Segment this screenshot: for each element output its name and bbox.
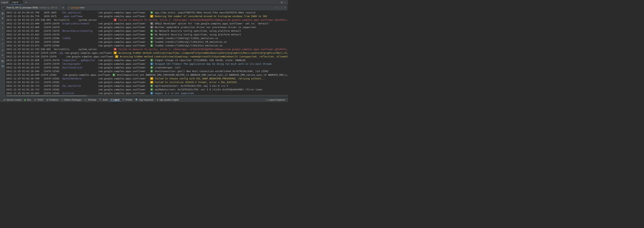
device-select[interactable]: 📱 Pixel XL API 31 (emulator-5554) Androi…: [1, 6, 66, 10]
log-pid: 22470-22470: [44, 59, 61, 62]
log-row[interactable]: 2022-12-29 02:02:23.40022470-22470Graphi…: [5, 22, 288, 25]
tab-logcat[interactable]: Logcat ×: [10, 0, 22, 4]
log-row[interactable]: 2022-12-29 02:02:26.71522470-22582com.go…: [5, 88, 288, 91]
log-row[interactable]: 2022-12-29 02:02:26.71122470-22582com.go…: [5, 80, 288, 84]
log-output[interactable]: 2022-12-29 01:00:55.790 1639-1855EGL_emu…: [5, 11, 288, 98]
log-row[interactable]: 2022-12-29 01:00:55.790 1639-1855EGL_emu…: [5, 11, 288, 14]
tab-label: Logcat: [12, 1, 18, 3]
horizontal-scrollbar[interactable]: [5, 95, 288, 97]
log-timestamp: 2022-12-29 02:02:23.402: [6, 29, 42, 32]
log-package: system_server: [78, 18, 112, 21]
log-package: com.google.samples.apps.sunflower: [98, 33, 148, 36]
log-timestamp: 2022-12-29 02:02:26.699: [6, 74, 39, 76]
scrollbar-thumb[interactable]: [6, 95, 87, 96]
status-item-layout-inspector[interactable]: ▭Layout Inspector: [264, 99, 286, 101]
previous-button[interactable]: ↑: [0, 32, 4, 36]
filter-input[interactable]: package:mine: [71, 6, 274, 9]
log-package: com.google.samples.apps.sunflower: [98, 77, 148, 80]
log-message: Neither updatable production driver nor …: [155, 26, 257, 29]
status-item-app-quality-insights[interactable]: ✦App Quality Insights: [155, 99, 180, 101]
log-level-badge: D: [150, 66, 154, 69]
favorite-filter-icon[interactable]: ☆: [278, 6, 280, 9]
clear-filter-icon[interactable]: ×: [276, 6, 277, 9]
log-row[interactable]: 2022-12-29 02:02:26.71322470-22582EGL_em…: [5, 84, 288, 88]
add-tab-button[interactable]: +: [24, 0, 28, 4]
log-tag: VerityUtils: [54, 48, 77, 51]
log-row[interactable]: 2022-12-29 02:02:23.62122470-22584libEGL…: [5, 36, 288, 40]
log-pid: 22470-22582: [44, 70, 61, 73]
log-row[interactable]: 2022-12-29 02:02:26.15522470-22470Choreo…: [5, 62, 288, 66]
status-item-version-control[interactable]: ⎇Version Control: [2, 99, 23, 101]
filter-history-icon[interactable]: ⋮: [281, 6, 283, 9]
status-item-app-inspection[interactable]: 🔍App Inspection: [134, 99, 155, 101]
filter-field[interactable]: ⌕ package:mine × ☆ ⋮ ?: [67, 6, 287, 10]
status-item-profiler[interactable]: ⏱Profiler: [121, 99, 134, 101]
log-message: app_time_stats: avg=27989792.00ms min=8.…: [155, 11, 256, 14]
close-tab-icon[interactable]: ×: [20, 1, 21, 3]
log-package: com.google.samples.apps.sunflower: [98, 22, 148, 25]
divider: [1, 58, 4, 58]
screenshot-button[interactable]: 📷: [0, 59, 4, 63]
screen-record-button[interactable]: 📹: [0, 64, 4, 68]
log-package: com.google.samples.apps.sunflower: [98, 15, 148, 18]
clear-log-button[interactable]: 🗑: [0, 11, 4, 15]
log-row[interactable]: 2022-12-29 02:02:26.69922470-22582com.go…: [5, 73, 288, 77]
log-row[interactable]: 2022-12-29 02:02:23.40022470-22470com.go…: [5, 25, 288, 29]
log-pid: 1639-1675: [44, 15, 61, 18]
soft-wrap-button[interactable]: ↩: [0, 42, 4, 46]
log-row[interactable]: 2022-12-29 02:02:26.80322470-22582Grallo…: [5, 91, 288, 95]
log-package: com.google.samples.apps.sunflower: [98, 92, 148, 95]
filter-help-icon[interactable]: ?: [284, 6, 286, 9]
log-level-badge: D: [150, 29, 154, 32]
split-panel-button[interactable]: ◫: [0, 53, 4, 57]
status-item-run[interactable]: ▶Run: [23, 99, 32, 101]
status-item-python-packages[interactable]: ▭Python Packages: [60, 99, 83, 101]
log-row[interactable]: 2022-12-29 02:02:23.199 546-603 VerityUt…: [5, 18, 288, 22]
log-tag: EGL_emulation: [62, 11, 97, 14]
next-button[interactable]: ↓: [0, 37, 4, 41]
status-item-build[interactable]: 🔨Build: [98, 99, 109, 101]
log-package: com.google.samples.apps.sunflower: [98, 37, 148, 40]
log-message: eglCreateContext: 0x7df95262cf50: maj 3 …: [155, 85, 228, 87]
log-package: com.google.samples.apps.sunflower: [98, 66, 148, 69]
log-row[interactable]: 2022-12-29 02:02:24.32722470-22470.apps.…: [5, 51, 288, 55]
pause-log-button[interactable]: ⏸: [0, 16, 4, 20]
log-row[interactable]: 2022-12-29 02:02:26.58422470-22582com.go…: [5, 69, 288, 73]
filter-icon: ⌕: [68, 6, 70, 9]
log-row[interactable]: 2022-12-29 02:02:23.40222470-22470com.go…: [5, 33, 288, 36]
log-row[interactable]: 2022-12-29 02:02:23.743 546-603 VerityUt…: [5, 47, 288, 51]
log-pid: 22470-22582: [44, 77, 61, 80]
log-row[interactable]: 2022-12-29 01:01:04.770 1639-1675.apps.s…: [5, 14, 288, 18]
minimize-icon[interactable]: —: [284, 1, 286, 4]
status-item-todo[interactable]: ≔TODO: [32, 99, 45, 101]
log-pid: 22470-22470: [41, 55, 56, 58]
settings-icon[interactable]: ⚙: [281, 1, 282, 4]
log-tag: .apps.sunflowe: [58, 51, 63, 54]
log-row[interactable]: 2022-12-29 02:02:24.32822470-22470com.go…: [5, 55, 288, 58]
log-message: loaded /vendor/lib64/egl/libEGL_emulatio…: [155, 37, 218, 40]
configure-view-button[interactable]: ⎚: [0, 48, 4, 52]
log-pid: 22470-22582: [41, 74, 56, 76]
status-item-terminal[interactable]: >_Terminal: [83, 99, 98, 101]
log-row[interactable]: 2022-12-29 02:02:23.67322470-22584com.go…: [5, 44, 288, 47]
log-row[interactable]: 2022-12-29 02:02:23.66422470-22584com.go…: [5, 40, 288, 44]
status-item-problems[interactable]: ⊘Problems: [45, 99, 60, 101]
log-pid: 22470-22470: [44, 22, 61, 25]
log-row[interactable]: 2022-12-29 02:02:26.57922470-22582HostCo…: [5, 66, 288, 69]
status-bar: ⎇Version Control▶Run≔TODO⊘Problems▭Pytho…: [0, 98, 288, 102]
status-item-logcat[interactable]: ≡Logcat: [109, 99, 121, 101]
log-row[interactable]: 2022-12-29 02:02:23.40222470-22470Networ…: [5, 29, 288, 33]
restart-log-button[interactable]: ↻: [0, 21, 4, 25]
scroll-to-end-button[interactable]: ⤓: [0, 26, 4, 30]
filter-bar: 📱 Pixel XL API 31 (emulator-5554) Androi…: [0, 5, 288, 11]
log-row[interactable]: 2022-12-29 02:02:25.69022470-22470Compat…: [5, 58, 288, 62]
log-pid: 22470-22584: [44, 37, 61, 40]
log-tag: HostConnection: [62, 66, 97, 69]
log-message: Accessing hidden method Landroid/view/Vi…: [120, 55, 288, 58]
log-timestamp: 2022-12-29 02:02:24.327: [6, 51, 39, 54]
status-label: Build: [103, 99, 108, 101]
log-message: loaded /vendor/lib64/egl/libGLESv2_emula…: [155, 44, 222, 47]
status-icon: ✦: [157, 99, 158, 101]
log-row[interactable]: 2022-12-29 02:02:26.70922470-22582OpenGL…: [5, 77, 288, 80]
log-timestamp: 2022-12-29 02:02:23.621: [6, 37, 42, 40]
